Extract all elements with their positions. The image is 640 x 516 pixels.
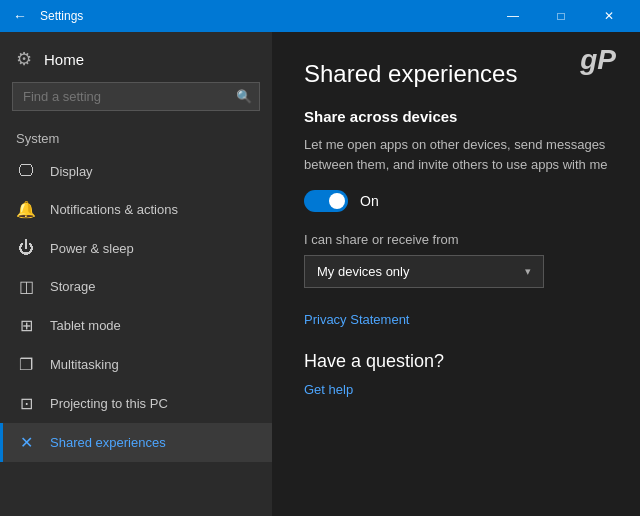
close-button[interactable]: ✕ (586, 0, 632, 32)
share-toggle[interactable] (304, 190, 348, 212)
sidebar-item-label: Power & sleep (50, 241, 134, 256)
sidebar-item-label: Tablet mode (50, 318, 121, 333)
privacy-link[interactable]: Privacy Statement (304, 312, 608, 327)
share-from-label: I can share or receive from (304, 232, 608, 247)
sidebar-item-label: Storage (50, 279, 96, 294)
title-bar-title: Settings (40, 9, 83, 23)
gp-logo: gP (580, 44, 616, 76)
sidebar-item-label: Multitasking (50, 357, 119, 372)
sidebar-header: ⚙ Home (0, 32, 272, 78)
gear-icon: ⚙ (16, 48, 32, 70)
sidebar-item-display[interactable]: 🖵 Display (0, 152, 272, 190)
sidebar-item-label: Display (50, 164, 93, 179)
title-bar-left: ← Settings (8, 4, 83, 28)
system-label: System (0, 123, 272, 152)
notifications-icon: 🔔 (16, 200, 36, 219)
display-icon: 🖵 (16, 162, 36, 180)
dropdown-value: My devices only (317, 264, 409, 279)
sidebar-item-label: Projecting to this PC (50, 396, 168, 411)
sidebar-item-projecting[interactable]: ⊡ Projecting to this PC (0, 384, 272, 423)
toggle-label: On (360, 193, 379, 209)
sidebar-item-label: Notifications & actions (50, 202, 178, 217)
section-title: Share across devices (304, 108, 608, 125)
projecting-icon: ⊡ (16, 394, 36, 413)
back-button[interactable]: ← (8, 4, 32, 28)
sidebar-home-label: Home (44, 51, 84, 68)
multitasking-icon: ❐ (16, 355, 36, 374)
sidebar-item-multitasking[interactable]: ❐ Multitasking (0, 345, 272, 384)
page-title: Shared experiences (304, 60, 608, 88)
sidebar-item-shared[interactable]: ✕ Shared experiences (0, 423, 272, 462)
sidebar-item-notifications[interactable]: 🔔 Notifications & actions (0, 190, 272, 229)
search-icon: 🔍 (236, 89, 252, 104)
back-icon: ← (13, 8, 27, 24)
devices-dropdown[interactable]: My devices only ▾ (304, 255, 544, 288)
chevron-down-icon: ▾ (525, 265, 531, 278)
sidebar-item-storage[interactable]: ◫ Storage (0, 267, 272, 306)
storage-icon: ◫ (16, 277, 36, 296)
title-bar: ← Settings — □ ✕ (0, 0, 640, 32)
search-input[interactable] (12, 82, 260, 111)
sidebar-item-tablet[interactable]: ⊞ Tablet mode (0, 306, 272, 345)
have-question-heading: Have a question? (304, 351, 608, 372)
get-help-link[interactable]: Get help (304, 382, 608, 397)
title-bar-controls: — □ ✕ (490, 0, 632, 32)
description-text: Let me open apps on other devices, send … (304, 135, 608, 174)
toggle-knob (329, 193, 345, 209)
content-area: gP Shared experiences Share across devic… (272, 32, 640, 516)
maximize-button[interactable]: □ (538, 0, 584, 32)
sidebar-item-power[interactable]: ⏻ Power & sleep (0, 229, 272, 267)
tablet-icon: ⊞ (16, 316, 36, 335)
search-box: 🔍 (12, 82, 260, 111)
app-container: ⚙ Home 🔍 System 🖵 Display 🔔 Notification… (0, 32, 640, 516)
shared-icon: ✕ (16, 433, 36, 452)
power-icon: ⏻ (16, 239, 36, 257)
minimize-button[interactable]: — (490, 0, 536, 32)
toggle-row: On (304, 190, 608, 212)
sidebar: ⚙ Home 🔍 System 🖵 Display 🔔 Notification… (0, 32, 272, 516)
sidebar-item-label: Shared experiences (50, 435, 166, 450)
